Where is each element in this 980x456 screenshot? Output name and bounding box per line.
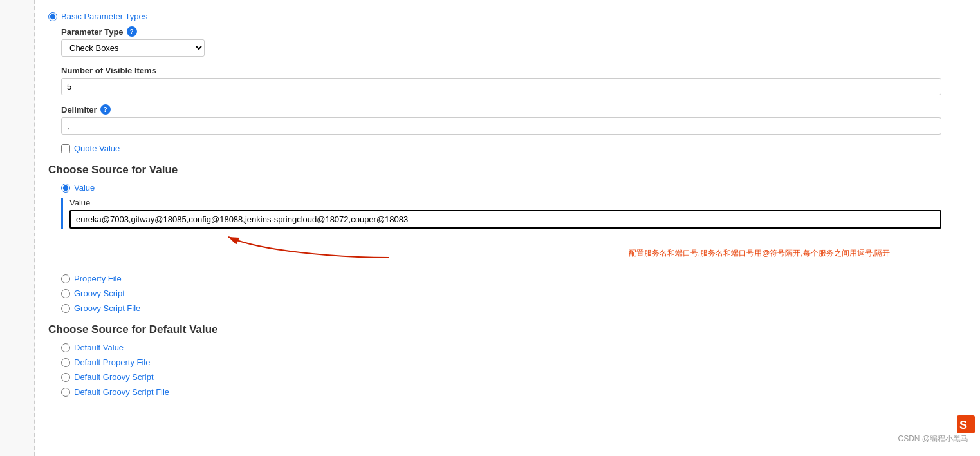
quote-value-checkbox[interactable] — [61, 144, 70, 153]
default-groovy-script-file-label: Default Groovy Script File — [74, 387, 169, 397]
csdn-watermark: CSDN @编程小黑马 — [898, 433, 968, 444]
value-input[interactable] — [69, 210, 941, 229]
groovy-script-radio[interactable] — [61, 289, 70, 298]
delimiter-help-icon[interactable]: ? — [100, 104, 111, 115]
delimiter-label-row: Delimiter ? — [61, 104, 941, 115]
quote-value-label: Quote Value — [74, 144, 120, 153]
basic-parameter-types-radio[interactable] — [48, 12, 57, 21]
groovy-script-file-radio-row[interactable]: Groovy Script File — [61, 303, 941, 313]
groovy-script-file-label: Groovy Script File — [74, 303, 140, 313]
property-file-label: Property File — [74, 274, 122, 283]
value-radio-label: Value — [74, 183, 95, 193]
param-type-select-wrapper: Check Boxes Boolean Choice Credentials P… — [61, 39, 941, 57]
default-groovy-script-file-radio-row[interactable]: Default Groovy Script File — [61, 387, 941, 397]
quote-value-row[interactable]: Quote Value — [61, 144, 941, 153]
delimiter-text: Delimiter — [61, 105, 97, 115]
svg-text:S: S — [959, 419, 967, 432]
groovy-script-file-radio[interactable] — [61, 304, 70, 313]
default-property-file-radio[interactable] — [61, 358, 70, 367]
default-property-file-radio-row[interactable]: Default Property File — [61, 357, 941, 367]
annotation-arrow — [209, 232, 415, 267]
groovy-script-label: Groovy Script — [74, 289, 125, 298]
default-value-label: Default Value — [74, 343, 124, 352]
value-subsection: Value — [61, 198, 941, 229]
param-type-text: Parameter Type — [61, 27, 124, 37]
page-wrapper: Basic Parameter Types Parameter Type ? C… — [0, 0, 980, 456]
groovy-script-radio-row[interactable]: Groovy Script — [61, 289, 941, 298]
delimiter-input-wrapper — [61, 117, 941, 144]
default-value-radio-row[interactable]: Default Value — [61, 343, 941, 352]
default-groovy-script-radio[interactable] — [61, 373, 70, 382]
property-file-radio[interactable] — [61, 274, 70, 283]
visible-items-text: Number of Visible Items — [61, 66, 156, 75]
parameter-type-label: Parameter Type ? — [61, 26, 941, 37]
basic-parameter-types-label: Basic Parameter Types — [61, 12, 147, 21]
value-radio-row[interactable]: Value — [61, 183, 941, 193]
choose-source-default-heading: Choose Source for Default Value — [48, 323, 941, 336]
default-groovy-script-radio-row[interactable]: Default Groovy Script — [61, 372, 941, 382]
delimiter-input[interactable] — [61, 117, 941, 135]
basic-parameter-types-row[interactable]: Basic Parameter Types — [48, 12, 941, 21]
default-groovy-script-file-radio[interactable] — [61, 388, 70, 397]
csdn-logo: S — [957, 415, 975, 433]
left-border — [0, 0, 35, 456]
value-radio[interactable] — [61, 184, 70, 193]
value-sublabel: Value — [69, 198, 941, 207]
visible-items-input-wrapper — [61, 78, 941, 104]
visible-items-label: Number of Visible Items — [61, 66, 941, 75]
annotation-area: 配置服务名和端口号,服务名和端口号用@符号隔开,每个服务之间用逗号,隔开 — [48, 235, 941, 274]
default-value-radio[interactable] — [61, 343, 70, 352]
default-groovy-script-label: Default Groovy Script — [74, 372, 154, 382]
right-border — [961, 0, 980, 456]
visible-items-input[interactable] — [61, 78, 941, 95]
property-file-radio-row[interactable]: Property File — [61, 274, 941, 283]
main-content: Basic Parameter Types Parameter Type ? C… — [35, 0, 961, 456]
param-type-help-icon[interactable]: ? — [127, 26, 137, 37]
param-type-select[interactable]: Check Boxes Boolean Choice Credentials P… — [61, 39, 205, 57]
choose-source-value-heading: Choose Source for Value — [48, 164, 941, 176]
annotation-text: 配置服务名和端口号,服务名和端口号用@符号隔开,每个服务之间用逗号,隔开 — [629, 248, 890, 259]
default-property-file-label: Default Property File — [74, 357, 151, 367]
